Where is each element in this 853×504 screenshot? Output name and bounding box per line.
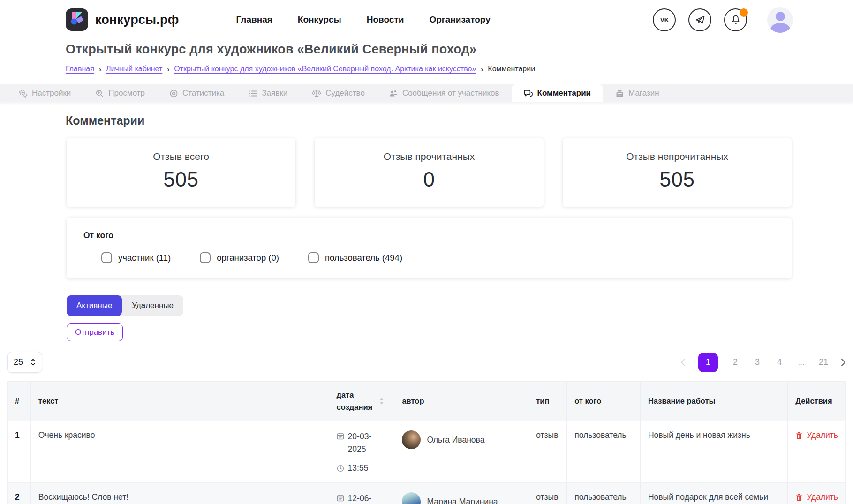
comment-date: 12-06-2025 [348,492,375,504]
stat-label: Отзыв прочитанных [315,151,544,162]
nav-news[interactable]: Новости [367,15,404,25]
filter-option-organizer: организатор (0) [200,252,279,263]
filter-option-participant: участник (11) [101,252,171,263]
author-avatar [402,430,421,449]
people-icon [389,89,398,98]
author-cell: Ольга Иванова [394,421,528,483]
pagination: 1 2 3 4 ... 21 [680,353,846,372]
gears-icon [19,89,28,98]
user-avatar[interactable] [767,7,793,33]
delete-button[interactable]: Удалить [795,430,838,440]
comment-text: Очень красиво [31,421,329,483]
author-name: Марина Маринина [427,497,498,504]
col-header-author: автор [394,382,528,421]
filter-title: От кого [83,231,775,241]
nav-contests[interactable]: Конкурсы [298,15,341,25]
nav-for-organizers[interactable]: Организатору [429,15,490,25]
trash-icon [795,493,803,501]
comments-table: # текст дата создания автор тип от кого … [7,381,846,504]
stat-value: 505 [563,168,792,191]
work-title: Новый день и новая жизнь [641,421,788,483]
clock-icon [337,465,344,472]
status-toggle: Активные Удаленные [67,295,183,316]
stat-label: Отзыв непрочитанных [563,151,792,162]
toggle-active-comments[interactable]: Активные [67,295,122,316]
comment-type: отзыв [528,421,567,483]
header: конкурсы.рф Главная Конкурсы Новости Орг… [0,0,853,39]
tab-shop[interactable]: Магазин [603,84,672,102]
stats-cards: Отзыв всего 505 Отзыв прочитанных 0 Отзы… [67,138,792,207]
delete-button[interactable]: Удалить [795,492,838,502]
comment-type: отзыв [528,483,567,504]
actions-cell: Удалить [788,421,845,483]
page-button-1[interactable]: 1 [698,353,718,372]
stat-card-unread: Отзыв непрочитанных 505 [563,138,792,207]
tab-settings[interactable]: Настройки [7,84,83,102]
page-size-select[interactable]: 25 [7,352,42,373]
author-avatar [402,492,421,504]
tab-participant-messages[interactable]: Сообщения от участников [377,84,512,102]
comment-time: 13:55 [348,463,369,473]
participant-checkbox[interactable] [101,252,112,263]
chat-bubbles-icon [524,89,533,98]
section-heading: Комментарии [66,114,787,128]
breadcrumb-separator: › [162,65,174,73]
table-header-row: # текст дата создания автор тип от кого … [8,382,845,421]
brand-name: конкурсы.рф [95,13,179,27]
telegram-icon[interactable] [688,8,711,31]
comment-date-cell: 12-06-2025 [329,483,395,504]
toggle-deleted-comments[interactable]: Удаленные [122,295,183,316]
col-header-text: текст [31,382,329,421]
breadcrumb-home[interactable]: Главная [66,65,94,73]
tab-comments[interactable]: Комментарии [512,84,603,102]
page-button-2[interactable]: 2 [731,357,740,367]
page-title: Открытый конкурс для художников «Великий… [66,42,787,57]
contest-tabbar: Настройки Просмотр Статистика [0,84,853,102]
tab-statistics[interactable]: Статистика [157,84,236,102]
col-header-work: Название работы [641,382,788,421]
page-button-21[interactable]: 21 [819,357,828,367]
page-button-3[interactable]: 3 [753,357,762,367]
col-header-from: от кого [567,382,641,421]
next-page-icon[interactable] [841,358,846,367]
work-title: Новый подарок для всей семьи [641,483,788,504]
calendar-icon [337,492,344,504]
trash-icon [795,431,803,439]
user-checkbox[interactable] [308,252,319,263]
brand-logo[interactable]: конкурсы.рф [66,8,179,31]
scales-icon [312,89,321,98]
breadcrumb: Главная › Личный кабинет › Открытый конк… [66,65,787,73]
svg-text:VK: VK [660,16,669,23]
row-number: 1 [8,421,31,483]
col-header-type: тип [528,382,567,421]
table-row: 1 Очень красиво [8,421,845,483]
tab-preview[interactable]: Просмотр [83,84,157,102]
breadcrumb-cabinet[interactable]: Личный кабинет [106,65,162,73]
comment-from: пользователь [567,483,641,504]
tab-applications[interactable]: Заявки [236,84,300,102]
calendar-icon [337,430,344,456]
tab-judging[interactable]: Судейство [300,84,377,102]
table-row: 2 Восхищаюсь! Слов нет! [8,483,845,504]
select-chevrons-icon [30,359,36,366]
nav-home[interactable]: Главная [236,15,272,25]
submit-button[interactable]: Отправить [67,323,123,341]
breadcrumb-separator: › [476,65,488,73]
stat-card-total: Отзыв всего 505 [67,138,295,207]
breadcrumb-contest[interactable]: Открытый конкурс для художников «Великий… [174,65,476,73]
organizer-checkbox[interactable] [200,252,211,263]
page-button-4[interactable]: 4 [775,357,784,367]
filter-option-user: пользователь (494) [308,252,402,263]
actions-cell: Удалить [788,483,845,504]
vk-icon[interactable]: VK [653,8,676,31]
magnifier-plus-icon [95,89,104,98]
shop-icon [615,89,624,98]
stat-value: 0 [315,168,544,191]
col-header-date[interactable]: дата создания [329,382,395,421]
bell-icon[interactable] [724,8,747,31]
stat-card-read: Отзыв прочитанных 0 [315,138,544,207]
stat-label: Отзыв всего [67,151,295,162]
from-whom-filter: От кого участник (11) организатор (0) по… [67,218,792,278]
sort-icon[interactable] [380,398,384,405]
prev-page-icon[interactable] [680,358,686,367]
